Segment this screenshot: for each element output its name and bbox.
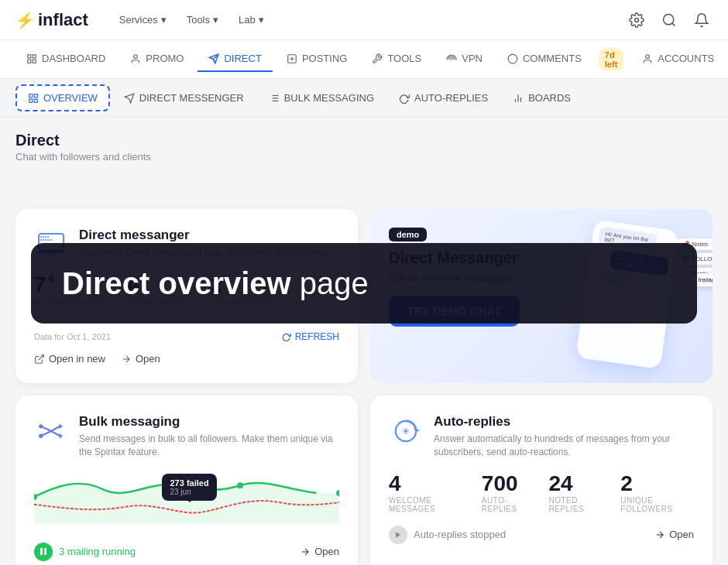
- bulk-open-label: Open: [314, 546, 339, 557]
- svg-rect-15: [34, 94, 37, 97]
- subtab-bulk-messaging-label: BULK MESSAGING: [284, 92, 374, 104]
- svg-marker-39: [60, 423, 63, 429]
- svg-point-12: [508, 54, 517, 63]
- chevron-down-icon: ▾: [213, 14, 218, 26]
- svg-rect-17: [34, 99, 37, 102]
- stat-noted: 24 NOTED REPLIES: [548, 471, 605, 513]
- auto-num-noted: 24: [548, 471, 605, 496]
- auto-num-welcome: 4: [389, 471, 466, 496]
- card-actions: Open in new Open: [34, 353, 339, 365]
- tab-vpn[interactable]: VPN: [435, 46, 493, 72]
- page-subtitle: Chat with followers and clients: [15, 151, 713, 163]
- tab-promo[interactable]: PROMO: [119, 46, 194, 72]
- bulk-open-link[interactable]: Open: [300, 546, 339, 557]
- svg-marker-18: [125, 94, 134, 103]
- mailing-running-label: 3 mailing running: [59, 546, 136, 557]
- tooltip-date: 23 jun: [170, 488, 208, 496]
- stat-welcome: 4 WELCOME MESSAGES: [389, 471, 466, 513]
- open-in-new-link[interactable]: Open in new: [34, 353, 105, 365]
- svg-point-0: [635, 18, 639, 22]
- tab-promo-label: PROMO: [146, 53, 184, 64]
- mailing-footer: 3 mailing running Open: [34, 543, 339, 561]
- auto-num-unique: 2: [620, 471, 694, 496]
- direct-messenger-title: Direct messanger: [79, 228, 328, 243]
- auto-footer: Auto-replies stopped Open: [389, 526, 694, 544]
- auto-info: Auto-replies Answer automatically to hun…: [434, 414, 694, 459]
- stat-auto-replies: 700 AUTO-REPLIES: [482, 471, 534, 513]
- subtab-overview[interactable]: OVERVIEW: [15, 84, 110, 111]
- search-icon[interactable]: [658, 9, 680, 31]
- hero-text-light: page: [300, 266, 369, 300]
- svg-line-38: [51, 431, 60, 436]
- tab-vpn-label: VPN: [462, 53, 482, 64]
- card-date: Data for Oct 1, 2021: [34, 332, 111, 341]
- svg-rect-3: [33, 54, 36, 57]
- svg-point-41: [39, 424, 43, 428]
- tab-tools[interactable]: TOOLS: [361, 46, 432, 72]
- tab-accounts-label: ACCOUNTS: [658, 53, 714, 64]
- logo[interactable]: ⚡ inflact: [15, 10, 88, 30]
- svg-line-33: [39, 354, 43, 359]
- hero-text: Direct overview page: [62, 265, 666, 302]
- pause-icon[interactable]: [34, 543, 53, 561]
- svg-point-13: [646, 54, 650, 58]
- svg-point-6: [134, 54, 138, 58]
- subtab-auto-replies[interactable]: AUTO-REPLIES: [388, 86, 499, 110]
- bulk-icon: [34, 414, 68, 448]
- auto-card-header: Auto-replies Answer automatically to hun…: [389, 414, 694, 459]
- tab-comments[interactable]: COMMENTS: [496, 46, 592, 72]
- auto-open-label: Open: [669, 529, 694, 540]
- tools-nav-link[interactable]: Tools ▾: [179, 9, 226, 30]
- subtab-auto-replies-label: AUTO-REPLIES: [414, 92, 488, 104]
- tab-direct[interactable]: DIRECT: [197, 46, 272, 72]
- subtab-direct-messenger[interactable]: DIRECT MESSENGER: [113, 86, 255, 110]
- auto-stats-row: 4 WELCOME MESSAGES 700 AUTO-REPLIES 24 N…: [389, 471, 694, 513]
- svg-rect-2: [28, 54, 31, 57]
- auto-stopped-status: Auto-replies stopped: [389, 526, 506, 544]
- refresh-button[interactable]: REFRESH: [282, 331, 339, 342]
- svg-point-42: [39, 434, 43, 438]
- top-navigation: ⚡ inflact Services ▾ Tools ▾ Lab ▾: [0, 0, 728, 40]
- open-link[interactable]: Open: [121, 353, 160, 365]
- subtab-overview-label: OVERVIEW: [43, 92, 98, 104]
- logo-text: inflact: [38, 10, 88, 30]
- auto-title: Auto-replies: [434, 414, 694, 430]
- svg-point-45: [237, 482, 243, 488]
- auto-open-link[interactable]: Open: [654, 529, 694, 540]
- svg-point-1: [664, 14, 674, 24]
- auto-label-welcome: WELCOME MESSAGES: [389, 496, 466, 513]
- subtab-boards[interactable]: BOARDS: [502, 86, 582, 110]
- svg-rect-16: [29, 99, 33, 102]
- bulk-title: Bulk messaging: [79, 414, 339, 430]
- tooltip-value: 273 failed: [170, 478, 208, 488]
- services-nav-link[interactable]: Services ▾: [112, 9, 174, 30]
- mailing-status: 3 mailing running: [34, 543, 136, 561]
- stat-unique: 2 UNIQUE FOLLOWERS: [620, 471, 694, 513]
- open-label: Open: [136, 353, 160, 365]
- bell-icon[interactable]: [691, 9, 713, 31]
- auto-replies-icon: [389, 414, 423, 448]
- logo-icon: ⚡: [15, 11, 35, 29]
- gear-icon[interactable]: [626, 9, 647, 31]
- open-in-new-label: Open in new: [49, 353, 105, 365]
- tab-posting-label: POSTING: [302, 53, 348, 64]
- tab-dashboard-label: DASHBOARD: [42, 53, 105, 64]
- auto-label-unique: UNIQUE FOLLOWERS: [620, 496, 694, 513]
- svg-point-50: [404, 430, 407, 433]
- lab-nav-link[interactable]: Lab ▾: [231, 9, 272, 30]
- subtab-direct-messenger-label: DIRECT MESSENGER: [139, 92, 244, 104]
- chevron-down-icon: ▾: [259, 14, 264, 26]
- auto-desc: Answer automatically to hundreds of mess…: [434, 433, 694, 459]
- auto-label-noted: NOTED REPLIES: [548, 496, 605, 513]
- tab-accounts[interactable]: ACCOUNTS: [631, 46, 725, 72]
- tab-dashboard[interactable]: DASHBOARD: [15, 46, 116, 72]
- page-content: Direct Chat with followers and clients D…: [0, 118, 728, 565]
- subtab-boards-label: BOARDS: [528, 92, 571, 104]
- chart-area: 273 failed 23 jun: [34, 470, 339, 532]
- svg-rect-5: [33, 60, 36, 63]
- subtab-bulk-messaging[interactable]: BULK MESSAGING: [258, 86, 385, 110]
- tab-posting[interactable]: POSTING: [276, 46, 359, 72]
- top-nav-right: [626, 9, 713, 31]
- svg-rect-14: [29, 94, 33, 97]
- stop-icon[interactable]: [389, 526, 407, 544]
